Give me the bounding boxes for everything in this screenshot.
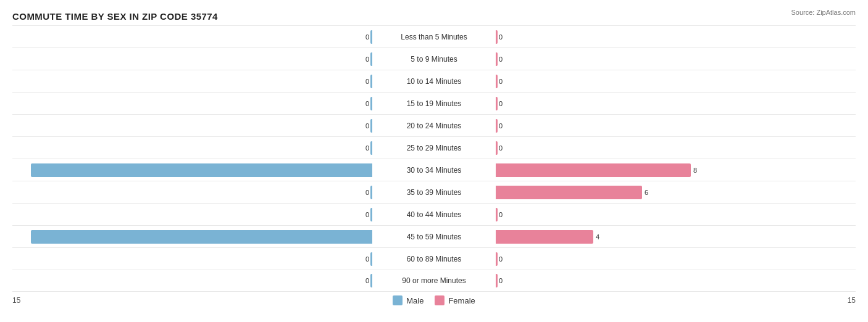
female-bar-container: 0	[496, 93, 856, 114]
table-row: 025 to 29 Minutes0	[12, 136, 856, 159]
female-label: Female	[448, 296, 475, 305]
female-value: 0	[499, 211, 503, 218]
male-bar-container: 0	[12, 248, 372, 270]
female-bar	[496, 119, 498, 133]
chart-container: COMMUTE TIME BY SEX IN ZIP CODE 35774 So…	[0, 0, 868, 322]
male-bar-container: 0	[12, 115, 372, 136]
female-bar-container: 0	[496, 137, 856, 159]
female-bar	[496, 97, 498, 110]
female-value: 0	[499, 144, 503, 152]
table-row: 015 to 19 Minutes0	[12, 92, 856, 114]
male-bar-container: 14	[12, 226, 372, 247]
female-bar	[496, 75, 498, 88]
male-bar-container: 0	[12, 70, 372, 92]
female-value: 0	[499, 33, 503, 41]
row-label: 15 to 19 Minutes	[372, 99, 496, 108]
table-row: 1445 to 59 Minutes4	[12, 225, 856, 247]
table-row: 05 to 9 Minutes0	[12, 47, 856, 70]
female-value: 0	[499, 277, 503, 284]
table-row: 060 to 89 Minutes0	[12, 247, 856, 270]
female-bar	[496, 208, 498, 221]
row-label: 5 to 9 Minutes	[372, 55, 496, 64]
female-bar	[496, 163, 691, 177]
female-bar-container: 0	[496, 270, 856, 291]
female-bar-container: 0	[496, 204, 856, 225]
female-value: 4	[596, 233, 599, 241]
male-value: 0	[365, 100, 369, 107]
female-bar	[496, 141, 498, 155]
male-swatch	[393, 295, 403, 305]
table-row: 0Less than 5 Minutes0	[12, 25, 856, 47]
table-row: 090 or more Minutes0	[12, 270, 856, 292]
male-label: Male	[406, 296, 424, 305]
male-value: 14	[15, 167, 22, 174]
male-bar-container: 0	[12, 270, 372, 291]
female-bar	[496, 30, 498, 44]
row-label: 10 to 14 Minutes	[372, 77, 496, 86]
male-value: 0	[365, 189, 369, 196]
male-bar-container: 0	[12, 48, 372, 70]
chart-footer: 15 Male Female 15	[12, 295, 856, 305]
male-value: 14	[15, 233, 22, 241]
axis-left: 15	[12, 296, 37, 305]
female-bar	[496, 230, 593, 244]
female-bar	[496, 52, 498, 66]
row-label: 40 to 44 Minutes	[372, 210, 496, 219]
female-swatch	[435, 295, 444, 305]
row-label: Less than 5 Minutes	[372, 33, 496, 41]
table-row: 020 to 24 Minutes0	[12, 114, 856, 136]
female-bar-container: 0	[496, 70, 856, 92]
row-label: 20 to 24 Minutes	[372, 122, 496, 130]
table-row: 1430 to 34 Minutes8	[12, 159, 856, 181]
source-label: Source: ZipAtlas.com	[791, 9, 856, 16]
row-label: 30 to 34 Minutes	[372, 166, 496, 175]
chart-area: 0Less than 5 Minutes005 to 9 Minutes0010…	[12, 25, 856, 292]
female-bar-container: 0	[496, 248, 856, 270]
female-bar	[496, 252, 498, 266]
row-label: 35 to 39 Minutes	[372, 188, 496, 197]
female-bar-container: 0	[496, 115, 856, 136]
female-value: 0	[499, 255, 503, 263]
male-bar-container: 0	[12, 181, 372, 203]
female-bar	[496, 186, 642, 199]
male-value: 0	[365, 144, 369, 152]
legend-male: Male	[393, 295, 424, 305]
male-value: 0	[365, 255, 369, 263]
female-value: 0	[499, 122, 503, 130]
female-bar-container: 0	[496, 48, 856, 70]
table-row: 035 to 39 Minutes6	[12, 181, 856, 203]
legend: Male Female	[393, 295, 475, 305]
female-value: 0	[499, 78, 503, 85]
male-bar-container: 14	[12, 159, 372, 181]
male-value: 0	[365, 122, 369, 130]
female-bar-container: 4	[496, 226, 856, 247]
table-row: 010 to 14 Minutes0	[12, 70, 856, 92]
female-value: 6	[645, 189, 648, 196]
female-bar-container: 0	[496, 26, 856, 47]
male-bar-container: 0	[12, 93, 372, 114]
row-label: 45 to 59 Minutes	[372, 233, 496, 241]
female-bar-container: 8	[496, 159, 856, 181]
legend-female: Female	[435, 295, 475, 305]
male-value: 0	[365, 78, 369, 85]
axis-right: 15	[831, 296, 856, 305]
chart-title: COMMUTE TIME BY SEX IN ZIP CODE 35774	[12, 11, 856, 22]
female-value: 8	[693, 167, 697, 174]
male-bar	[31, 230, 372, 244]
male-value: 0	[365, 277, 369, 284]
male-value: 0	[365, 56, 369, 63]
male-bar-container: 0	[12, 204, 372, 225]
table-row: 040 to 44 Minutes0	[12, 203, 856, 225]
female-value: 0	[499, 100, 503, 107]
row-label: 90 or more Minutes	[372, 276, 496, 285]
male-bar-container: 0	[12, 137, 372, 159]
male-bar	[31, 163, 372, 177]
male-value: 0	[365, 211, 369, 218]
male-bar-container: 0	[12, 26, 372, 47]
row-label: 60 to 89 Minutes	[372, 255, 496, 263]
female-bar	[496, 274, 498, 287]
male-value: 0	[365, 33, 369, 41]
female-bar-container: 6	[496, 181, 856, 203]
female-value: 0	[499, 56, 503, 63]
row-label: 25 to 29 Minutes	[372, 144, 496, 152]
